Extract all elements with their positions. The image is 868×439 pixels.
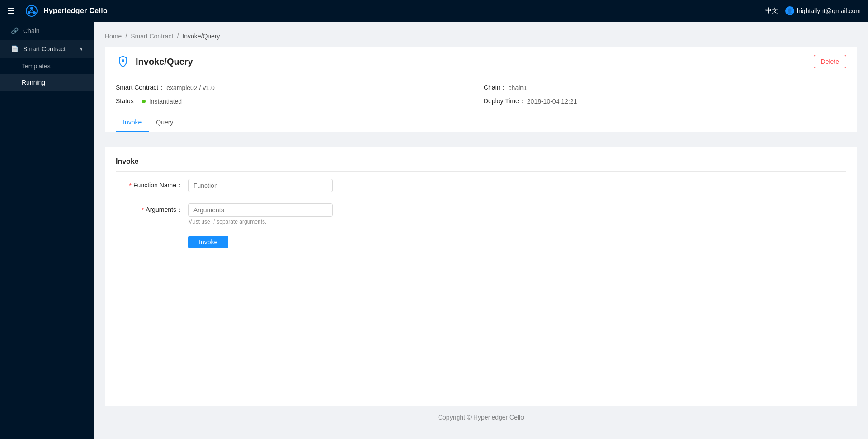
layout: 🔗 Chain 📄 Smart Contract ∧ Templates Run… xyxy=(0,22,868,439)
page-header: Invoke/Query Delete xyxy=(105,47,857,76)
sidebar-item-chain-label: Chain xyxy=(23,27,40,34)
page-title-area: Invoke/Query xyxy=(116,54,193,69)
sidebar-smart-contract-left: 📄 Smart Contract xyxy=(11,45,66,52)
breadcrumb-sep-2: / xyxy=(177,33,179,40)
footer-text: Copyright © Hyperledger Cello xyxy=(438,414,524,421)
arguments-input[interactable] xyxy=(188,203,333,217)
invoke-panel-title: Invoke xyxy=(116,157,846,172)
arguments-hint: Must use ',' separate arguments. xyxy=(188,219,432,225)
breadcrumb-sep-1: / xyxy=(125,33,127,40)
sidebar-item-smart-contract[interactable]: 📄 Smart Contract ∧ xyxy=(0,40,94,58)
invoke-panel: Invoke * Function Name： * Arguments： xyxy=(105,147,857,406)
templates-label: Templates xyxy=(22,62,51,70)
chevron-up-icon: ∧ xyxy=(79,45,83,52)
menu-icon[interactable]: ☰ xyxy=(7,6,14,16)
arguments-label: * Arguments： xyxy=(116,203,188,214)
breadcrumb-smart-contract[interactable]: Smart Contract xyxy=(131,33,173,40)
svg-point-1 xyxy=(30,7,33,10)
sidebar-smart-contract-label: Smart Contract xyxy=(23,45,66,52)
user-email: hightallyht@gmail.com xyxy=(797,7,861,14)
function-required-star: * xyxy=(129,182,132,189)
smart-contract-label: Smart Contract： xyxy=(116,84,165,92)
sidebar-item-chain[interactable]: 🔗 Chain xyxy=(0,22,94,40)
user-info: 👤 hightallyht@gmail.com xyxy=(785,6,861,15)
sidebar-sub-item-running[interactable]: Running xyxy=(0,74,94,91)
smart-contract-value: example02 / v1.0 xyxy=(166,84,215,91)
arguments-group: * Arguments： Must use ',' separate argum… xyxy=(116,203,432,225)
user-avatar: 👤 xyxy=(785,6,794,15)
page-card: Invoke/Query Delete Smart Contract： exam… xyxy=(105,47,857,132)
tab-invoke[interactable]: Invoke xyxy=(116,113,149,132)
info-smart-contract: Smart Contract： example02 / v1.0 xyxy=(116,84,478,92)
svg-line-4 xyxy=(29,10,32,13)
deploy-time-label: Deploy Time： xyxy=(484,97,525,105)
breadcrumb-home[interactable]: Home xyxy=(105,33,122,40)
chain-icon: 🔗 xyxy=(11,27,19,34)
logo-icon xyxy=(24,4,39,18)
footer: Copyright © Hyperledger Cello xyxy=(105,406,857,428)
function-name-label: * Function Name： xyxy=(116,179,188,190)
function-name-control xyxy=(188,179,432,192)
status-indicator xyxy=(142,100,146,103)
app-header: ☰ Hyperledger Cello 中文 👤 hightallyht@gma… xyxy=(0,0,868,22)
lang-switch[interactable]: 中文 xyxy=(765,7,778,15)
invoke-query-icon xyxy=(116,54,130,69)
breadcrumb: Home / Smart Contract / Invoke/Query xyxy=(105,33,857,40)
status-value: Instantiated xyxy=(149,98,182,105)
contract-info: Smart Contract： example02 / v1.0 Chain： … xyxy=(105,76,857,113)
arguments-required-star: * xyxy=(142,206,144,214)
svg-line-5 xyxy=(32,10,34,13)
header-left: ☰ Hyperledger Cello xyxy=(7,4,108,18)
info-status: Status： Instantiated xyxy=(116,97,478,105)
sidebar-sub-item-templates[interactable]: Templates xyxy=(0,58,94,74)
tab-query[interactable]: Query xyxy=(149,113,180,132)
breadcrumb-current: Invoke/Query xyxy=(182,33,220,40)
main-content: Home / Smart Contract / Invoke/Query Inv… xyxy=(94,22,868,439)
chain-value: chain1 xyxy=(509,84,527,91)
chain-label: Chain： xyxy=(484,84,507,92)
deploy-time-value: 2018-10-04 12:21 xyxy=(527,98,577,105)
running-label: Running xyxy=(22,79,45,86)
function-name-group: * Function Name： xyxy=(116,179,432,192)
delete-button[interactable]: Delete xyxy=(814,55,846,68)
header-right: 中文 👤 hightallyht@gmail.com xyxy=(765,6,861,15)
app-title: Hyperledger Cello xyxy=(43,7,108,15)
info-chain: Chain： chain1 xyxy=(484,84,846,92)
info-deploy-time: Deploy Time： 2018-10-04 12:21 xyxy=(484,97,846,105)
arguments-control: Must use ',' separate arguments. xyxy=(188,203,432,225)
smart-contract-icon: 📄 xyxy=(11,45,19,52)
sidebar: 🔗 Chain 📄 Smart Contract ∧ Templates Run… xyxy=(0,22,94,439)
tabs: Invoke Query xyxy=(105,113,857,132)
page-title: Invoke/Query xyxy=(136,57,193,67)
status-label: Status： xyxy=(116,97,140,105)
function-name-input[interactable] xyxy=(188,179,333,192)
svg-point-7 xyxy=(122,59,124,62)
invoke-button[interactable]: Invoke xyxy=(188,236,228,248)
